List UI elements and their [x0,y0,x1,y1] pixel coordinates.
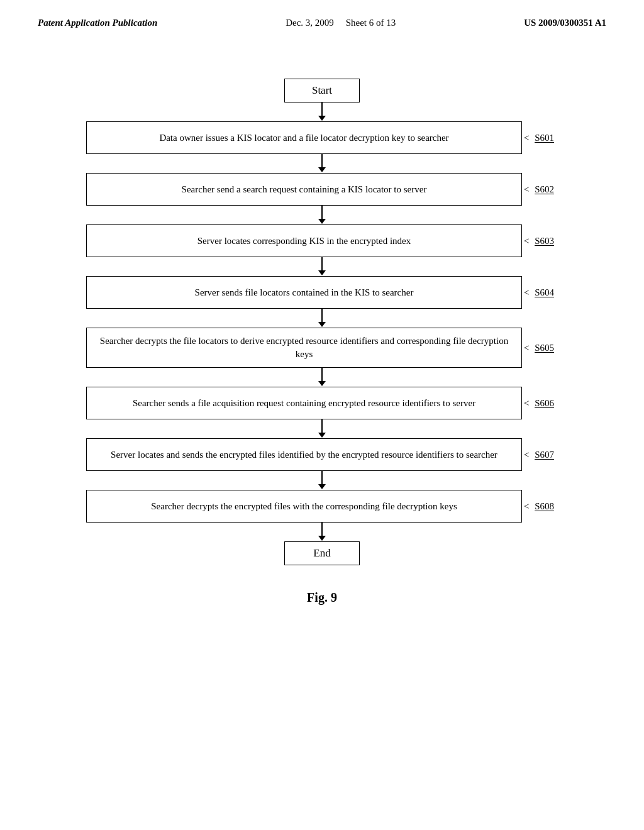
step-s608-label-cell: < S608 [523,501,558,512]
step-label-s603: S603 [535,236,554,246]
step-s608-text: Searcher decrypts the encrypted files wi… [151,500,457,513]
step-row-s608: Searcher decrypts the encrypted files wi… [86,490,558,523]
step-label-s607: S607 [535,450,554,460]
arrow-5 [318,368,326,387]
arrow-0 [318,102,326,121]
step-label-s608: S608 [535,501,554,512]
header-patent-number: US 2009/0300351 A1 [524,18,606,28]
process-box-s603: Server locates corresponding KIS in the … [86,224,522,257]
page-header: Patent Application Publication Dec. 3, 2… [0,0,644,28]
start-terminal: Start [284,79,360,102]
step-s603-label-cell: < S603 [523,236,558,246]
notch-s602: < [523,184,530,195]
arrow-7 [318,471,326,490]
step-row-s601: Data owner issues a KIS locator and a fi… [86,121,558,154]
step-s602-text: Searcher send a search request containin… [182,183,427,196]
arrow-1 [318,154,326,173]
header-sheet: Sheet 6 of 13 [346,18,396,28]
step-row-s605: Searcher decrypts the file locators to d… [86,328,558,368]
process-box-s604: Server sends file locators contained in … [86,276,522,309]
header-publication-label: Patent Application Publication [38,18,157,28]
header-date-sheet: Dec. 3, 2009 Sheet 6 of 13 [286,18,396,28]
notch-s601: < [523,133,530,143]
step-row-s602: Searcher send a search request containin… [86,173,558,206]
header-date: Dec. 3, 2009 [286,18,334,28]
process-box-s605: Searcher decrypts the file locators to d… [86,328,522,368]
notch-s605: < [523,343,530,353]
step-s605-label-cell: < S605 [523,343,558,353]
step-label-s602: S602 [535,184,554,195]
step-label-s601: S601 [535,133,554,143]
process-box-s608: Searcher decrypts the encrypted files wi… [86,490,522,523]
step-s602-label-cell: < S602 [523,184,558,195]
step-s607-text: Server locates and sends the encrypted f… [111,448,497,462]
process-box-s606: Searcher sends a file acquisition reques… [86,387,522,419]
step-s606-text: Searcher sends a file acquisition reques… [133,397,475,410]
diagram-container: Start Data owner issues a KIS locator an… [0,41,644,630]
process-box-s601: Data owner issues a KIS locator and a fi… [86,121,522,154]
process-box-s602: Searcher send a search request containin… [86,173,522,206]
notch-s608: < [523,501,530,512]
step-s604-text: Server sends file locators contained in … [195,286,414,299]
step-s601-label-cell: < S601 [523,133,558,143]
step-label-s604: S604 [535,287,554,298]
figure-label: Fig. 9 [307,590,337,605]
flowchart: Start Data owner issues a KIS locator an… [86,79,558,565]
step-row-s607: Server locates and sends the encrypted f… [86,438,558,471]
step-label-s605: S605 [535,343,554,353]
end-terminal: End [284,541,360,565]
step-s607-label-cell: < S607 [523,450,558,460]
step-s604-label-cell: < S604 [523,287,558,298]
arrow-3 [318,257,326,276]
step-s606-label-cell: < S606 [523,398,558,409]
notch-s604: < [523,287,530,298]
notch-s603: < [523,236,530,246]
step-row-s606: Searcher sends a file acquisition reques… [86,387,558,419]
notch-s606: < [523,398,530,409]
process-box-s607: Server locates and sends the encrypted f… [86,438,522,471]
arrow-4 [318,309,326,328]
arrow-8 [318,523,326,541]
notch-s607: < [523,450,530,460]
step-label-s606: S606 [535,398,554,409]
arrow-6 [318,419,326,438]
step-s605-text: Searcher decrypts the file locators to d… [96,335,513,361]
step-row-s604: Server sends file locators contained in … [86,276,558,309]
step-s601-text: Data owner issues a KIS locator and a fi… [159,131,448,145]
step-s603-text: Server locates corresponding KIS in the … [197,235,411,248]
arrow-2 [318,206,326,224]
step-row-s603: Server locates corresponding KIS in the … [86,224,558,257]
